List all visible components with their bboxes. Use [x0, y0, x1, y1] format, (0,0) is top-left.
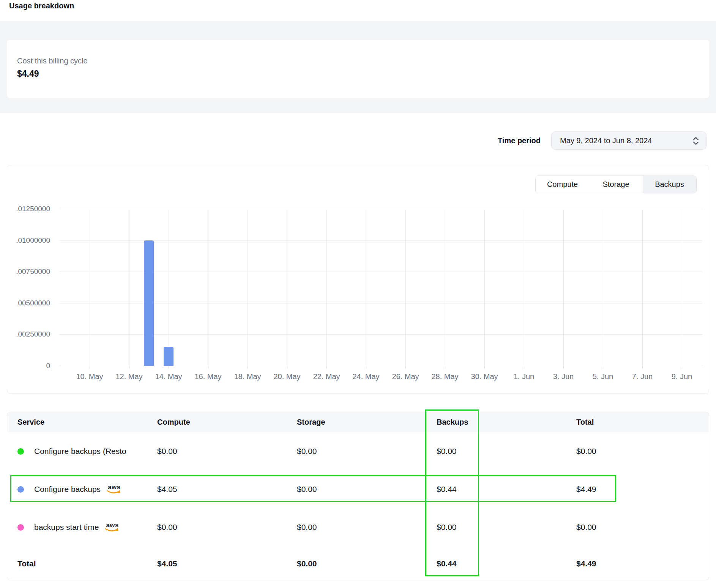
column-header-backups: Backups — [437, 412, 468, 432]
column-header-total: Total — [576, 412, 594, 432]
backups-cost-cell: $0.00 — [437, 432, 457, 470]
column-header-compute: Compute — [157, 412, 190, 432]
compute-cost-cell: $0.00 — [157, 432, 177, 470]
usage-bar-13-May — [144, 240, 154, 366]
x-axis-tick-label: 22. May — [307, 372, 346, 381]
x-axis-tick-label: 30. May — [465, 372, 504, 381]
time-period-row: Time period May 9, 2024 to Jun 8, 2024 — [0, 131, 709, 150]
x-axis-tick-label: 9. Jun — [662, 372, 702, 381]
series-color-dot — [17, 524, 24, 531]
total-total-cell: $4.49 — [576, 546, 596, 580]
y-axis-tick-label: .01250000 — [8, 205, 50, 213]
table-row: Configure backups (Resto $0.00 $0.00 $0.… — [7, 432, 709, 470]
total-cost-cell: $0.00 — [576, 508, 596, 546]
billing-summary-card: Cost this billing cycle $4.49 — [7, 40, 709, 98]
y-axis-tick-label: 0 — [8, 362, 50, 370]
page-title: Usage breakdown — [9, 2, 74, 10]
usage-table: Service Compute Storage Backups Total Co… — [7, 412, 709, 580]
service-cell: Configure backups aws — [17, 470, 121, 508]
storage-cost-cell: $0.00 — [297, 432, 317, 470]
total-cost-cell: $0.00 — [576, 432, 596, 470]
total-row-label: Total — [17, 546, 36, 580]
service-cell: backups start time aws — [17, 508, 119, 546]
x-axis-tick-label: 24. May — [346, 372, 386, 381]
x-axis-tick-label: 5. Jun — [583, 372, 623, 381]
x-axis-tick-label: 3. Jun — [544, 372, 583, 381]
x-axis-tick-label: 1. Jun — [504, 372, 544, 381]
aws-logo: aws — [105, 522, 119, 533]
total-storage-cell: $0.00 — [297, 546, 317, 580]
aws-logo: aws — [107, 484, 121, 495]
y-axis-tick-label: .00250000 — [8, 330, 50, 338]
storage-cost-cell: $0.00 — [297, 508, 317, 546]
x-axis-tick-label: 20. May — [267, 372, 307, 381]
total-cost-cell: $4.49 — [576, 470, 596, 508]
service-name: Configure backups (Resto — [34, 447, 126, 456]
storage-cost-cell: $0.00 — [297, 470, 317, 508]
service-cell: Configure backups (Resto — [17, 432, 126, 470]
time-period-select[interactable]: May 9, 2024 to Jun 8, 2024 — [551, 131, 707, 150]
table-row: Configure backups aws $4.05 $0.00 $0.44 … — [7, 470, 709, 508]
time-period-value: May 9, 2024 to Jun 8, 2024 — [560, 132, 652, 149]
x-axis-tick-label: 16. May — [188, 372, 228, 381]
compute-cost-cell: $0.00 — [157, 508, 177, 546]
x-axis-tick-label: 18. May — [228, 372, 267, 381]
table-row: backups start time aws $0.00 $0.00 $0.00… — [7, 508, 709, 546]
total-compute-cell: $4.05 — [157, 546, 177, 580]
service-name: backups start time — [34, 523, 99, 532]
service-name: Configure backups — [34, 485, 101, 494]
backups-cost-cell: $0.00 — [437, 508, 457, 546]
x-axis-tick-label: 28. May — [425, 372, 465, 381]
table-total-row: Total $4.05 $0.00 $0.44 $4.49 — [7, 546, 709, 580]
backups-usage-bar-chart: .01250000.01000000.00750000.00500000.002… — [7, 165, 709, 394]
billing-cycle-amount: $4.49 — [17, 69, 39, 79]
usage-table-header: Service Compute Storage Backups Total — [7, 412, 709, 432]
usage-bar-14-May — [164, 347, 173, 366]
x-axis-tick-label: 10. May — [70, 372, 109, 381]
series-color-dot — [17, 486, 24, 493]
total-backups-cell: $0.44 — [437, 546, 457, 580]
x-axis-tick-label: 14. May — [149, 372, 188, 381]
y-axis-tick-label: .00750000 — [8, 267, 50, 276]
column-header-storage: Storage — [297, 412, 325, 432]
time-period-label: Time period — [498, 131, 541, 150]
column-header-service: Service — [17, 412, 44, 432]
backups-cost-cell: $0.44 — [437, 470, 457, 508]
usage-chart-card: Compute Storage Backups .01250000.010000… — [7, 165, 709, 394]
series-color-dot — [17, 448, 24, 455]
compute-cost-cell: $4.05 — [157, 470, 177, 508]
y-axis-tick-label: .01000000 — [8, 236, 50, 245]
chevron-up-down-icon — [692, 136, 700, 145]
billing-cycle-label: Cost this billing cycle — [17, 57, 88, 65]
x-axis-tick-label: 7. Jun — [623, 372, 662, 381]
y-axis-tick-label: .00500000 — [8, 299, 50, 307]
billing-summary-band: Cost this billing cycle $4.49 — [0, 21, 716, 113]
usage-breakdown-page: Usage breakdown Cost this billing cycle … — [0, 0, 716, 588]
x-axis-tick-label: 12. May — [109, 372, 149, 381]
x-axis-tick-label: 26. May — [386, 372, 425, 381]
